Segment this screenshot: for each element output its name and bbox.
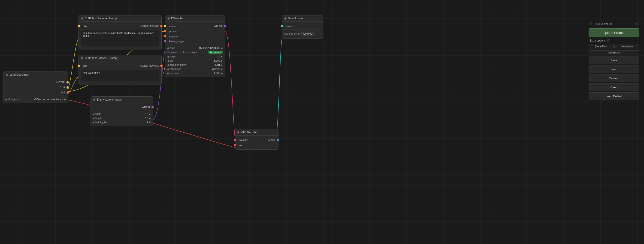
param-row-seed: ◀ seed 156680208700286 ▶: [165, 46, 225, 50]
param-label-steps: steps: [170, 55, 216, 58]
port-connector-clip[interactable]: [66, 86, 69, 89]
port-connector-save-images-in[interactable]: [281, 25, 283, 27]
port-connector-conditioning2[interactable]: [160, 65, 162, 67]
queue-front-button[interactable]: Queue Front: [588, 44, 614, 49]
port-connector-conditioning1[interactable]: [160, 25, 162, 27]
param-arrow-denoise-l[interactable]: ◀: [167, 72, 169, 74]
port-label-ks-model: model: [168, 25, 196, 27]
param-arrow-cfg-l[interactable]: ◀: [167, 59, 169, 62]
port-connector-vae[interactable]: [66, 91, 69, 94]
filename-prefix-value[interactable]: ComfyUI: [301, 32, 316, 36]
param-arrow-denoise-r[interactable]: ▶: [221, 72, 223, 74]
node-sep-latent: [91, 111, 153, 111]
port-label-vae-samples: samples: [237, 139, 258, 141]
node-header-clip2: CLIP Text Encode (Prompt): [79, 55, 162, 61]
queue-prompt-button[interactable]: Queue Prompt: [588, 28, 640, 37]
port-label-vae-vae: vae: [237, 144, 276, 146]
param-arrow-width-r[interactable]: ▶: [149, 113, 151, 115]
clip1-textarea[interactable]: beautiful scenery nature glass bottle la…: [81, 30, 159, 46]
port-connector-vae-samples-in[interactable]: [234, 139, 236, 141]
node-header-ksampler: KSampler: [165, 15, 225, 22]
queue-header: ⠿ Queue size: 0 ⚙: [588, 21, 640, 27]
node-status-dot: [6, 74, 8, 76]
param-label-denoise: denoise: [170, 72, 213, 74]
param-arrow-sampler-r[interactable]: ▶: [221, 64, 223, 66]
node-header-load-checkpoint: Load Checkpoint: [4, 72, 68, 78]
param-arrow-left-ckpt[interactable]: ◀: [5, 98, 7, 101]
view-queue-button[interactable]: View Queue: [614, 44, 640, 49]
port-connector-ks-model[interactable]: [164, 25, 166, 27]
load-default-button[interactable]: Load Default: [588, 92, 640, 100]
clip-text-encode-2-node: CLIP Text Encode (Prompt) clip CONDITION…: [78, 55, 162, 85]
port-row-vae: VAE: [4, 90, 68, 95]
param-arrow-sched-l[interactable]: ◀: [167, 68, 169, 70]
param-arrow-seed-l[interactable]: ◀: [167, 47, 169, 49]
param-row-denoise: ◀ denoise 1.000 ▶: [165, 71, 225, 75]
port-connector-model[interactable]: [66, 81, 69, 83]
node-title-load-checkpoint: Load Checkpoint: [10, 73, 30, 76]
param-arrow-sampler-l[interactable]: ◀: [167, 64, 169, 66]
port-label-vae: VAE: [6, 91, 65, 94]
param-row-batch: ◀ batch_size 1 ▶: [91, 120, 153, 124]
node-separator-ks: [165, 45, 225, 45]
port-connector-vae-vae-in[interactable]: [234, 144, 236, 146]
port-connector-ks-latent-in[interactable]: [164, 40, 166, 42]
param-label-seed: seed: [170, 47, 198, 49]
param-arrow-batch-r[interactable]: ▶: [149, 121, 151, 124]
clip2-textarea[interactable]: text, watermark: [81, 70, 159, 81]
port-label-clip1-in: clip: [81, 25, 121, 27]
port-connector-ks-latent-out[interactable]: [224, 25, 226, 27]
node-header-vae-decode: VAE Decode: [235, 129, 278, 136]
param-row-cfg: ◀ cfg 8.000 ▶: [165, 59, 225, 63]
enabled-toggle[interactable]: enabled: [208, 51, 223, 54]
param-arrow-width-l[interactable]: ◀: [92, 113, 94, 115]
clear-button[interactable]: Clear: [588, 83, 640, 91]
filename-row: filename_prefix ComfyUI: [282, 31, 323, 37]
port-label-latent-out: LATENT: [93, 106, 150, 109]
param-label-height: height: [95, 117, 143, 119]
view-history-button[interactable]: View History: [588, 50, 640, 55]
node-status-dot-vae: [237, 131, 240, 134]
param-arrow-height-r[interactable]: ▶: [149, 117, 151, 119]
node-status-dot-ksampler: [168, 17, 170, 19]
param-arrow-seed-r[interactable]: ▶: [221, 47, 223, 49]
param-arrow-batch-l[interactable]: ◀: [92, 121, 94, 124]
param-value-scheduler: normal: [212, 68, 220, 70]
node-body-load-checkpoint: MODEL CLIP VAE ◀ ckpt_name v1-5-pruned-e…: [4, 78, 68, 103]
param-value-sampler: euler: [214, 63, 220, 66]
extra-options-checkbox[interactable]: [608, 39, 610, 42]
param-arrow-height-l[interactable]: ◀: [92, 117, 94, 119]
param-arrow-steps-l[interactable]: ◀: [167, 55, 169, 58]
param-row-steps: ◀ steps 20 ▶: [165, 54, 225, 59]
param-arrow-right-ckpt[interactable]: ▶: [64, 98, 66, 101]
load-button[interactable]: Load: [588, 65, 640, 73]
port-connector-vae-image-out[interactable]: [277, 139, 280, 141]
refresh-button[interactable]: Refresh: [588, 74, 640, 82]
toggle-dot: [210, 51, 212, 53]
port-connector-latent-out[interactable]: [152, 106, 154, 108]
port-connector-clip2-in[interactable]: [78, 65, 80, 67]
port-row-clip2-in: clip CONDITIONING: [79, 63, 162, 68]
param-row-scheduler: ◀ scheduler normal ▶: [165, 67, 225, 71]
save-button[interactable]: Save: [588, 56, 640, 64]
param-label-scheduler: scheduler: [170, 68, 211, 70]
port-connector-ks-positive[interactable]: [164, 30, 166, 32]
param-label-batch: batch_size: [95, 121, 146, 124]
settings-gear-icon[interactable]: ⚙: [635, 22, 638, 26]
node-title-vae-decode: VAE Decode: [241, 131, 256, 134]
vae-decode-node: VAE Decode samples IMAGE vae: [234, 129, 278, 150]
param-label-ckpt: ckpt_name: [8, 98, 33, 101]
node-status-dot-clip2: [81, 57, 83, 59]
param-arrow-steps-r[interactable]: ▶: [221, 55, 223, 58]
port-connector-ks-negative[interactable]: [164, 35, 166, 37]
param-value-seed: 156680208700286: [199, 47, 220, 49]
port-label-ks-latent-out: LATENT: [196, 25, 222, 27]
clip-text-encode-1-node: CLIP Text Encode (Prompt) clip CONDITION…: [78, 15, 162, 50]
node-body-empty-latent: LATENT ◀ width 512 ▶ ◀ height 512 ▶ ◀ ba…: [91, 103, 153, 126]
node-header-save-image: Save Image: [282, 15, 323, 22]
load-checkpoint-node: Load Checkpoint MODEL CLIP VAE ◀ ckpt_na…: [3, 71, 68, 103]
param-arrow-sched-r[interactable]: ▶: [221, 68, 223, 70]
param-arrow-cfg-r[interactable]: ▶: [221, 59, 223, 62]
port-connector-clip1-in[interactable]: [78, 25, 80, 27]
node-title-ksampler: KSampler: [171, 17, 183, 20]
